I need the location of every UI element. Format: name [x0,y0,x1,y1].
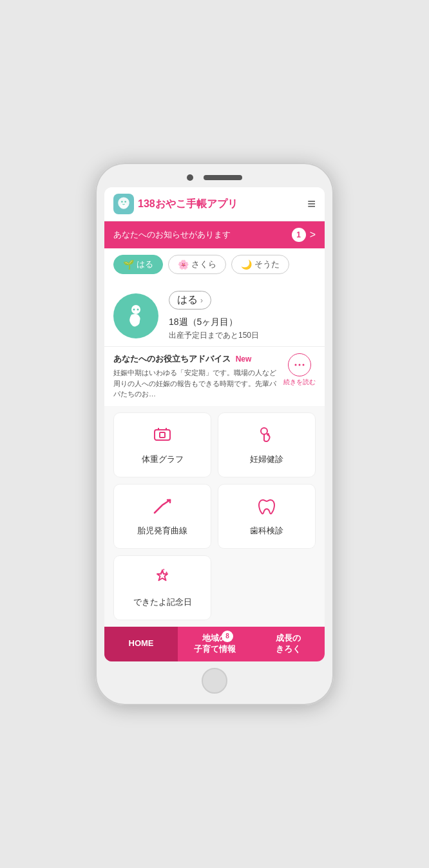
camera-dot [187,174,193,181]
profile-section: はる › 18週（5ヶ月目） 出産予定日まであと150日 [104,281,325,346]
nav-local-badge: 8 [222,631,233,642]
svg-point-8 [299,364,301,366]
phone-top-bar [104,174,325,181]
speaker-bar [204,175,242,180]
child-tab-label-souta: そうた [254,259,280,270]
milestone-icon: ✦ ✦ ✦ [152,568,173,591]
child-tabs: 🌱 はる 🌸 さくら 🌙 そうた [104,248,325,281]
child-tab-haru[interactable]: 🌱 はる [113,255,163,274]
fetus-icon [122,302,150,330]
weight-graph-icon [152,425,173,448]
feature-card-weight[interactable]: 体重グラフ [113,412,211,477]
bottom-nav: HOME 8 地域の子育て情報 成長のきろく [104,627,325,661]
svg-point-5 [133,309,135,311]
feature-card-milestone[interactable]: ✦ ✦ ✦ できたよ記念日 [113,555,211,620]
weight-graph-label: 体重グラフ [142,454,184,465]
profile-due: 出産予定日まであと150日 [169,330,316,341]
advice-text: 妊娠中期はいわゆる「安定期」です。職場の人など周りの人への妊娠の報告もできる時期… [113,367,278,400]
child-tab-souta[interactable]: 🌙 そうた [231,255,289,274]
notification-arrow: > [310,229,316,241]
weeks-unit: 週 [179,317,188,327]
child-icon-haru: 🌱 [123,259,134,270]
phone-bottom-bar [104,668,325,694]
milestone-label: できたよ記念日 [133,596,192,608]
svg-rect-11 [160,432,165,438]
svg-point-9 [303,364,305,366]
dental-label: 歯科検診 [250,525,283,537]
read-more-label: 続きを読む [283,378,316,387]
svg-rect-10 [155,430,170,440]
profile-name: はる [177,293,198,307]
notification-right: 1 > [292,228,316,242]
nav-local[interactable]: 8 地域の子育て情報 [178,627,251,661]
feature-card-growth[interactable]: 胎児発育曲線 [113,484,211,549]
checkup-icon [256,425,277,448]
phone-screen: 138おやこ手帳アプリ ≡ あなたへのお知らせがあります 1 > 🌱 はる 🌸 … [104,187,325,661]
notification-text: あなたへのお知らせがあります [113,229,231,241]
new-badge: New [236,355,252,364]
months-label: （5ヶ月目） [188,317,238,327]
app-title: 138おやこ手帳アプリ [138,198,238,211]
hamburger-icon[interactable]: ≡ [307,196,316,212]
svg-text:✦: ✦ [165,571,168,575]
checkup-label: 妊婦健診 [250,454,283,465]
child-tab-sakura[interactable]: 🌸 さくら [168,255,226,274]
advice-section: あなたへのお役立ちアドバイス New 妊娠中期はいわゆる「安定期」です。職場の人… [104,346,325,406]
svg-point-16 [267,433,269,436]
growth-curve-icon [152,496,173,520]
child-tab-label-sakura: さくら [191,259,216,270]
nav-home-label: HOME [129,638,154,649]
advice-content: あなたへのお役立ちアドバイス New 妊娠中期はいわゆる「安定期」です。職場の人… [113,353,278,400]
child-icon-souta: 🌙 [241,259,252,270]
svg-point-3 [124,201,126,203]
weeks-number: 18 [169,317,179,327]
read-more-button[interactable]: 続きを読む [283,353,316,387]
nav-growth[interactable]: 成長のきろく [251,627,325,661]
app-header: 138おやこ手帳アプリ ≡ [104,187,325,221]
profile-info: はる › 18週（5ヶ月目） 出産予定日まであと150日 [169,291,316,341]
profile-weeks: 18週（5ヶ月目） [169,312,316,329]
chevron-right-icon: › [200,296,203,305]
feature-card-checkup[interactable]: 妊婦健診 [218,412,316,477]
svg-point-4 [131,305,140,314]
nav-growth-label: 成長のきろく [276,633,301,655]
home-button[interactable] [202,668,227,694]
feature-card-dental[interactable]: 歯科検診 [218,484,316,549]
feature-grid: 体重グラフ 妊婦健診 [104,406,325,627]
dental-icon [256,496,277,520]
svg-point-7 [295,364,297,366]
app-logo-area: 138おやこ手帳アプリ [113,194,238,214]
logo-svg [115,195,133,213]
advice-title: あなたへのお役立ちアドバイス New [113,353,278,365]
growth-curve-label: 胎児発育曲線 [137,525,187,537]
nav-home[interactable]: HOME [104,627,178,661]
read-more-icon [288,353,311,376]
svg-point-14 [261,428,267,434]
svg-point-6 [137,309,139,311]
phone-frame: 138おやこ手帳アプリ ≡ あなたへのお知らせがあります 1 > 🌱 はる 🌸 … [95,163,334,705]
app-logo-icon [113,194,134,214]
child-tab-label-haru: はる [137,259,153,270]
profile-avatar [113,293,158,338]
notification-banner[interactable]: あなたへのお知らせがあります 1 > [104,221,325,248]
child-icon-sakura: 🌸 [178,259,189,270]
notification-badge: 1 [292,228,306,242]
svg-point-2 [121,201,123,203]
profile-name-button[interactable]: はる › [169,291,211,309]
